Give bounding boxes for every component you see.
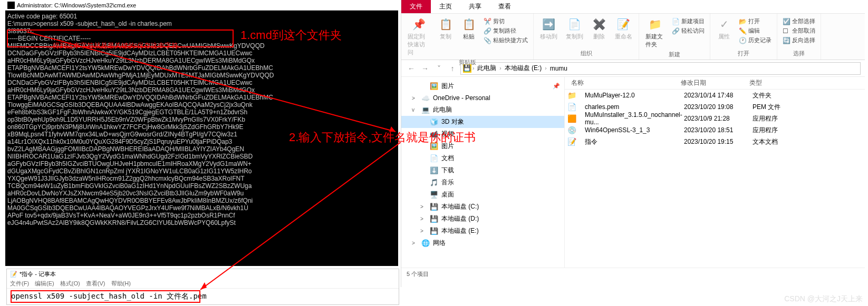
bc-item-0[interactable]: 此电脑 [475,64,498,73]
notepad-menu[interactable]: 文件(F) 编辑(E) 格式(O) 查看(V) 帮助(H) [7,279,399,289]
file-name: charles.pem [578,103,684,111]
nav-back[interactable]: ← [406,63,417,74]
tab-share[interactable]: 共享 [460,0,490,13]
tab-row: 文件 主页 共享 查看 [401,0,865,14]
moveto-button[interactable]: ➡️移动到 [537,16,561,42]
bc-sep: › [499,65,501,71]
ribbon-new: 📁新建文件夹 📄新建项目 🔗轻松访问 新建 [639,14,710,60]
file-icon: 📄 [567,103,576,111]
selectnone-button[interactable]: ☐全部取消 [780,26,817,35]
file-row[interactable]: 📝 指令 2023/10/20 19:15 文本文档 [565,136,865,147]
tree-item[interactable]: 🖥️桌面 [401,189,564,201]
properties-button[interactable]: ✓属性 [713,16,735,42]
tree-panel[interactable]: 🖼️图片📌>☁️OneDrive - Personalv💻此电脑🧊3D 对象📹视… [401,77,565,268]
newitem-button[interactable]: 📄新建项目 [670,17,707,26]
tree-item[interactable]: >💾本地磁盘 (D:) [401,213,564,225]
tree-item[interactable]: ⬇️下载 [401,164,564,176]
filelist-panel[interactable]: 名称 修改日期 类型 📁 MuMuPlayer-12.0 2023/10/14 … [565,77,865,268]
file-name: 指令 [578,137,684,146]
cut-button[interactable]: ✂️剪切 [481,17,530,26]
file-icon: 📝 [567,137,576,146]
file-date: 2023/10/20 18:51 [684,126,753,134]
ribbon-select: ☑️全部选择 ☐全部取消 🔄反向选择 选择 [777,14,821,60]
menu-view[interactable]: 查看(V) [86,280,105,287]
ribbon-clipboard: 📌固定到快速访问 📋复制 📋粘贴 ✂️剪切 🔗复制路径 📎粘贴快捷方式 剪贴板 [401,14,534,60]
menu-file[interactable]: 文件(F) [10,280,29,287]
tree-item[interactable]: v💻此电脑 [401,104,564,116]
delete-button[interactable]: ✖️删除 [589,16,610,42]
history-button[interactable]: 🕐历史记录 [737,36,774,45]
menu-format[interactable]: 格式(O) [60,280,80,287]
notepad-window: 📝 *指令 - 记事本 文件(F) 编辑(E) 格式(O) 查看(V) 帮助(H… [6,269,399,305]
nav-up[interactable]: ↑ [447,63,458,74]
tab-view[interactable]: 查看 [490,0,519,13]
copy-button[interactable]: 📋复制 [435,16,456,42]
file-type: 应用程序 [753,126,805,135]
file-name: Win64OpenSSL-3_1_3 [578,126,684,134]
file-rows: 📁 MuMuPlayer-12.0 2023/10/14 17:48 文件夹📄 … [565,90,865,147]
bc-item-1[interactable]: 本地磁盘 (E:) [503,64,544,73]
pasteshortcut-button[interactable]: 📎粘贴快捷方式 [481,36,530,45]
col-date[interactable]: 修改日期 [681,78,749,87]
breadcrumb[interactable]: 💾 › 此电脑 › 本地磁盘 (E:) › mumu [460,62,861,75]
notepad-title[interactable]: 📝 *指令 - 记事本 [7,269,399,279]
pin-icon: 📌 [411,17,426,32]
edit-button[interactable]: ✏️编辑 [737,26,774,35]
tree-item[interactable]: >☁️OneDrive - Personal [401,92,564,104]
notepad-icon: 📝 [10,271,17,278]
ribbon-organize: ➡️移动到 📄复制到 ✖️删除 📝重命名 组织 [534,14,639,60]
invertselect-button[interactable]: 🔄反向选择 [780,36,817,45]
ribbon-label-select: 选择 [793,50,805,57]
notepad-content[interactable]: openssl x509 -subject_hash_old -in 文件名.p… [7,289,399,304]
cmd-titlebar[interactable]: Administrator: C:\Windows\System32\cmd.e… [5,0,398,11]
cmd-title: Administrator: C:\Windows\System32\cmd.e… [17,2,136,8]
tab-home[interactable]: 主页 [431,0,460,13]
pin-button[interactable]: 📌固定到快速访问 [404,16,433,57]
tree-item[interactable]: 🖼️图片📌 [401,80,564,92]
ribbon-label-new: 新建 [669,51,680,58]
ribbon-open: ✓属性 📂打开 ✏️编辑 🕐历史记录 打开 [710,14,777,60]
file-row[interactable]: 📁 MuMuPlayer-12.0 2023/10/14 17:48 文件夹 [565,90,865,101]
menu-help[interactable]: 帮助(H) [111,280,131,287]
copy-icon: 📋 [438,17,453,32]
nav-recent[interactable]: ˅ [433,63,445,74]
rename-button[interactable]: 📝重命名 [612,16,635,42]
paste-button[interactable]: 📋粘贴 [458,16,479,42]
file-type: 文件夹 [753,91,805,100]
selectall-button[interactable]: ☑️全部选择 [780,17,817,26]
history-icon: 🕐 [739,37,746,44]
col-type[interactable]: 类型 [749,78,802,87]
explorer-body: 🖼️图片📌>☁️OneDrive - Personalv💻此电脑🧊3D 对象📹视… [401,77,865,268]
annotation-1: 1.cmd到这个文件夹 [240,27,342,43]
file-type: PEM 文件 [753,103,805,112]
edit-icon: ✏️ [739,27,746,35]
easyaccess-button[interactable]: 🔗轻松访问 [670,26,707,35]
menu-edit[interactable]: 编辑(E) [35,280,54,287]
tree-item[interactable]: 🎵音乐 [401,176,564,189]
annotation-2: 2.输入下放指令,文件名就是你的证书 [289,130,476,145]
tree-item[interactable]: >💾本地磁盘 (C:) [401,201,564,213]
tree-item[interactable]: 🧊3D 对象 [401,116,564,128]
watermark: CSDN @大河之J天上来 [784,294,863,304]
col-name[interactable]: 名称 [565,78,681,87]
file-icon: 💿 [567,126,576,134]
copyto-button[interactable]: 📄复制到 [563,16,586,42]
copypath-button[interactable]: 🔗复制路径 [481,26,530,35]
drive-icon: 💾 [463,64,471,73]
tree-item[interactable]: 📄文档 [401,152,564,164]
file-row[interactable]: 🟧 MuMuInstaller_3.1.5.0_nochannel-mu... … [565,113,865,124]
file-name: MuMuPlayer-12.0 [578,92,684,99]
filelist-header[interactable]: 名称 修改日期 类型 [565,77,865,90]
cmd-icon [7,2,15,9]
bc-item-2[interactable]: mumu [548,65,570,72]
moveto-icon: ➡️ [542,17,556,32]
newfolder-button[interactable]: 📁新建文件夹 [642,16,668,50]
tree-item[interactable]: >💾本地磁盘 (E:) [401,225,564,237]
nav-forward[interactable]: → [419,63,431,74]
file-row[interactable]: 💿 Win64OpenSSL-3_1_3 2023/10/20 18:51 应用… [565,124,865,136]
tree-item[interactable]: >🌐网络 [401,237,564,249]
properties-icon: ✓ [717,17,731,32]
tab-file[interactable]: 文件 [401,0,431,13]
shortcut-icon: 📎 [484,37,491,44]
open-button[interactable]: 📂打开 [737,17,774,26]
